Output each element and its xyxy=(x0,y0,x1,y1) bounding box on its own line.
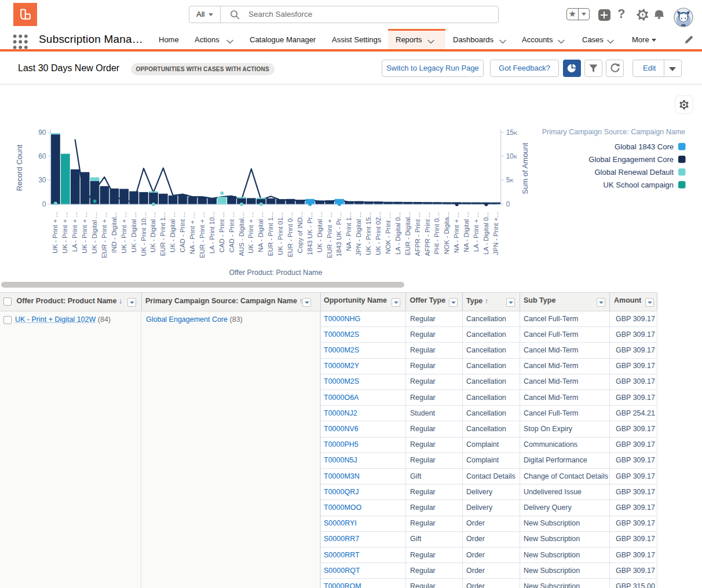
svg-text:UK - Digital ...: UK - Digital ... xyxy=(316,212,323,252)
svg-text:UK - Print + ...: UK - Print + ... xyxy=(61,212,68,253)
svg-text:1843 UK - Pr...: 1843 UK - Pr... xyxy=(306,212,313,255)
svg-text:60: 60 xyxy=(38,152,46,160)
svg-text:5K: 5K xyxy=(506,176,514,184)
svg-text:AFPR - Print ...: AFPR - Print ... xyxy=(414,212,421,256)
svg-text:Global 1843 Core: Global 1843 Core xyxy=(615,142,674,151)
svg-text:30: 30 xyxy=(38,176,46,184)
svg-text:CAD - Print ...: CAD - Print ... xyxy=(179,212,186,252)
svg-text:EUR - Print 0…: EUR - Print 0… xyxy=(287,212,294,257)
svg-text:UK - Digital ...: UK - Digital ... xyxy=(130,212,137,252)
svg-text:UK - Print + ...: UK - Print + ... xyxy=(247,212,254,253)
svg-text:CAD - Print ...: CAD - Print ... xyxy=(218,212,225,252)
svg-text:NA - Digital ...: NA - Digital ... xyxy=(463,212,470,252)
svg-text:NA - Print + ...: NA - Print + ... xyxy=(453,212,460,253)
svg-text:EUR - Print 1...: EUR - Print 1... xyxy=(159,212,166,256)
svg-text:NA - Digital ...: NA - Digital ... xyxy=(257,212,264,252)
svg-text:Sum of Amount: Sum of Amount xyxy=(521,142,529,194)
svg-text:NOK - Print …: NOK - Print … xyxy=(385,212,392,254)
svg-text:UK - Digital ...: UK - Digital ... xyxy=(149,212,156,252)
svg-text:NA - Print + …: NA - Print + … xyxy=(189,212,196,254)
svg-text:UK - Print 10…: UK - Print 10… xyxy=(140,212,147,256)
svg-text:Copy of IND...: Copy of IND... xyxy=(297,212,304,253)
svg-text:LA - Print + ...: LA - Print + ... xyxy=(473,212,480,252)
svg-text:EUR - Print + ...: EUR - Print + ... xyxy=(326,212,333,258)
svg-text:AFPR - Print ...: AFPR - Print ... xyxy=(424,212,431,256)
svg-text:LA - Print + ...: LA - Print + ... xyxy=(71,212,78,252)
svg-text:Global Engagement Core: Global Engagement Core xyxy=(588,155,674,164)
svg-text:UK - Print + ...: UK - Print + ... xyxy=(52,212,58,253)
svg-text:10K: 10K xyxy=(506,152,518,160)
svg-text:0: 0 xyxy=(506,200,510,208)
svg-text:NOK - Digita...: NOK - Digita... xyxy=(443,212,450,254)
svg-text:UK - Print + ...: UK - Print + ... xyxy=(120,212,127,253)
svg-text:AUS - Digital…: AUS - Digital… xyxy=(238,212,245,256)
svg-text:UK - Digital ...: UK - Digital ... xyxy=(169,212,176,252)
svg-text:Global Renewal Default: Global Renewal Default xyxy=(594,168,674,177)
svg-text:1843 UK - Pr…: 1843 UK - Pr… xyxy=(335,212,342,256)
svg-text:PHI - Print 0…: PHI - Print 0… xyxy=(433,212,440,254)
svg-text:Record Count: Record Count xyxy=(15,145,24,192)
svg-text:Primary Campaign Source: Campa: Primary Campaign Source: Campaign Name xyxy=(542,128,685,136)
svg-text:0: 0 xyxy=(42,200,46,208)
svg-text:15K: 15K xyxy=(506,128,518,137)
svg-text:UK - Print 02...: UK - Print 02... xyxy=(375,212,382,255)
svg-text:JPN - Print +...: JPN - Print +... xyxy=(492,212,499,255)
svg-text:Offer Product: Product Name: Offer Product: Product Name xyxy=(229,269,323,277)
svg-text:EUR - Print + ...: EUR - Print + ... xyxy=(101,212,108,258)
svg-text:IND - Digital...: IND - Digital... xyxy=(111,212,118,253)
svg-text:LA - Digital 0...: LA - Digital 0... xyxy=(482,212,489,255)
svg-text:EUR - Digital...: EUR - Digital... xyxy=(404,212,411,255)
svg-text:UK - Print + ...: UK - Print + ... xyxy=(81,212,88,253)
svg-text:UK - Print 15...: UK - Print 15... xyxy=(365,212,372,255)
svg-text:CAD - Print ...: CAD - Print ... xyxy=(228,212,235,252)
svg-text:UK School campaign: UK School campaign xyxy=(604,181,674,189)
svg-text:EUR - Print + ...: EUR - Print + ... xyxy=(199,212,206,258)
svg-text:UK - Print 01...: UK - Print 01... xyxy=(277,212,284,255)
svg-text:EUR - Print 1...: EUR - Print 1... xyxy=(267,212,274,256)
svg-text:LA - Print 10...: LA - Print 10... xyxy=(209,212,215,253)
svg-text:NA - Print 1...: NA - Print 1... xyxy=(345,212,352,251)
svg-text:UK - Digital …: UK - Digital … xyxy=(91,212,98,253)
svg-text:LA - Digital 0...: LA - Digital 0... xyxy=(394,212,401,255)
svg-text:JPN - Digital ...: JPN - Digital ... xyxy=(355,212,362,256)
svg-text:90: 90 xyxy=(38,128,46,137)
